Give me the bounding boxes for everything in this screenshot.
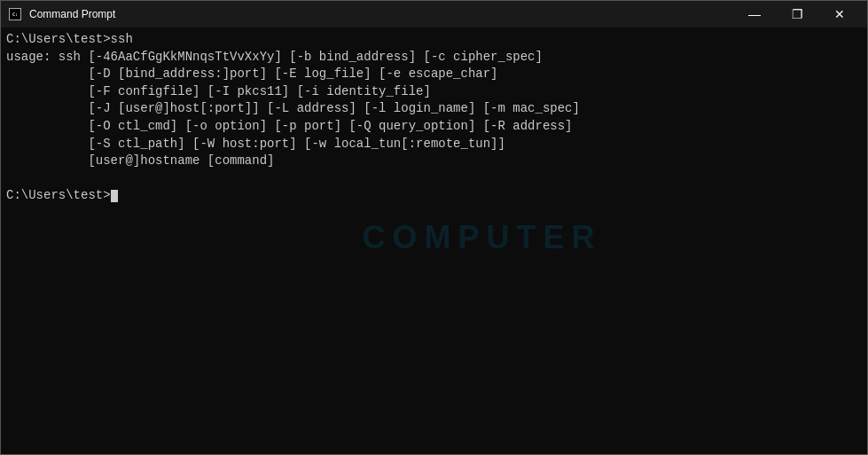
maximize-button[interactable]: ❐	[777, 1, 817, 27]
title-bar-left: Command Prompt	[8, 7, 115, 21]
cmd-app-icon	[8, 7, 22, 21]
terminal-area[interactable]: C:\Users\test>ssh usage: ssh [-46AaCfGgK…	[1, 27, 867, 454]
terminal-cursor	[111, 190, 118, 202]
title-bar: Command Prompt — ❐ ✕	[1, 1, 867, 27]
window-controls: — ❐ ✕	[734, 1, 860, 27]
close-button[interactable]: ✕	[819, 1, 860, 27]
window-title: Command Prompt	[29, 8, 115, 20]
terminal-output: C:\Users\test>ssh usage: ssh [-46AaCfGgK…	[6, 31, 862, 205]
watermark-text: COMPUTER	[363, 218, 602, 255]
minimize-button[interactable]: —	[734, 1, 775, 27]
command-prompt-window: Command Prompt — ❐ ✕ C:\Users\test>ssh u…	[0, 0, 868, 455]
